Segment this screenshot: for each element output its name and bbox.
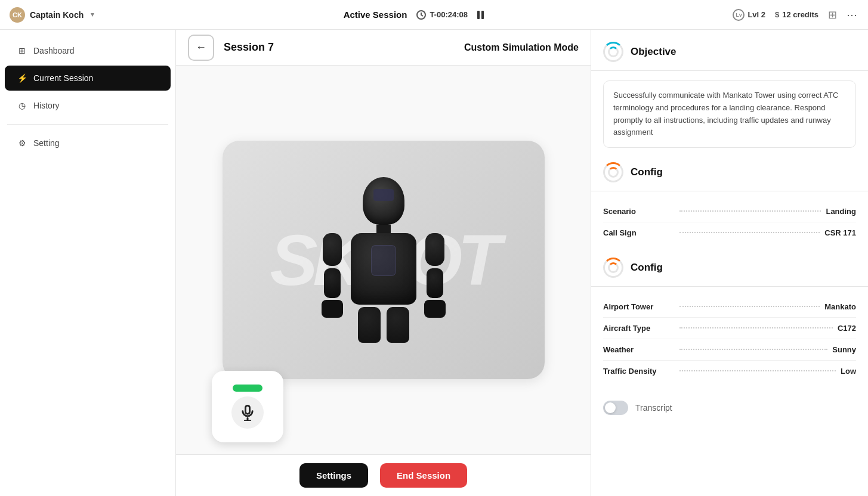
header-center: Active Session T-00:24:08	[344, 10, 484, 20]
config-label-traffic-density: Traffic Density	[603, 367, 675, 376]
robot-leg-right	[387, 307, 409, 343]
active-session-label: Active Session	[344, 10, 407, 20]
content-area: ← Session 7 Custom Simulation Mode SKBOT	[176, 30, 591, 496]
config-row-airport-tower: Airport Tower Mankato	[603, 296, 856, 318]
sidebar-item-dashboard[interactable]: ⊞ Dashboard	[5, 38, 171, 63]
config2-section-header: Config	[603, 258, 856, 278]
more-menu-button[interactable]: ⋯	[847, 8, 858, 21]
config-row-traffic-density: Traffic Density Low	[603, 361, 856, 382]
avatar: CK	[10, 7, 25, 23]
settings-button[interactable]: Settings	[299, 463, 368, 488]
pause-bar-right	[481, 11, 484, 19]
config-row-weather: Weather Sunny	[603, 339, 856, 361]
objective-description: Successfully communicate with Mankato To…	[603, 80, 856, 148]
config-value-callsign: CSR 171	[824, 228, 856, 237]
sidebar-item-label-dashboard: Dashboard	[33, 46, 75, 55]
sidebar-item-label-setting: Setting	[33, 138, 60, 148]
level-badge: Lv Lvl 2	[733, 9, 765, 21]
objective-icon-inner	[608, 46, 619, 57]
config-dots-callsign	[679, 232, 820, 233]
config2-icon-inner	[608, 262, 619, 273]
end-session-button[interactable]: End Session	[380, 463, 467, 488]
transcript-label: Transcript	[635, 403, 672, 413]
config-value-weather: Sunny	[832, 345, 856, 354]
main-layout: ⊞ Dashboard ⚡ Current Session ◷ History …	[0, 30, 868, 496]
objective-title: Objective	[631, 46, 677, 58]
robot-legs	[358, 307, 409, 343]
config1-icon	[603, 162, 623, 182]
top-header: CK Captain Koch ▾ Active Session T-00:24…	[0, 0, 868, 30]
config-value-aircraft-type: C172	[838, 324, 856, 333]
user-info[interactable]: CK Captain Koch ▾	[10, 7, 94, 23]
config-label-scenario: Scenario	[603, 207, 675, 216]
config-value-scenario: Landing	[826, 207, 856, 216]
session-title: Session 7	[224, 41, 274, 54]
config-label-aircraft-type: Aircraft Type	[603, 324, 675, 333]
config1-divider	[591, 191, 868, 191]
pause-bar-left	[477, 11, 480, 19]
hand-right	[424, 300, 446, 318]
timer-value: T-00:24:08	[430, 10, 468, 19]
collapse-button[interactable]: ⊞	[828, 8, 837, 21]
config-row-aircraft-type: Aircraft Type C172	[603, 318, 856, 339]
svg-rect-1	[246, 405, 250, 414]
objective-section-header: Objective	[603, 42, 856, 62]
back-button[interactable]: ←	[188, 35, 214, 61]
bottom-bar: Settings End Session	[176, 454, 591, 496]
robot-figure	[351, 177, 416, 343]
config-dots-scenario	[679, 210, 821, 212]
history-icon: ◷	[17, 100, 27, 111]
config-value-traffic-density: Low	[841, 367, 856, 376]
config-dots-weather	[679, 349, 827, 350]
config-dots-traffic-density	[679, 370, 836, 371]
robot-display: SKBOT	[223, 141, 545, 379]
sidebar-divider	[7, 124, 168, 125]
config-label-weather: Weather	[603, 345, 675, 354]
transcript-toggle[interactable]	[603, 401, 628, 415]
microphone-icon	[239, 404, 256, 421]
gear-icon: ⚙	[17, 138, 27, 148]
config2-rows: Airport Tower Mankato Aircraft Type C172…	[603, 296, 856, 382]
sidebar: ⊞ Dashboard ⚡ Current Session ◷ History …	[0, 30, 176, 496]
credits-badge: $ 12 credits	[775, 10, 818, 19]
config-value-airport-tower: Mankato	[824, 302, 856, 311]
header-right: Lv Lvl 2 $ 12 credits ⊞ ⋯	[733, 8, 858, 21]
config1-rows: Scenario Landing Call Sign CSR 171	[603, 201, 856, 243]
hand-left	[322, 300, 343, 318]
mic-widget[interactable]	[212, 371, 283, 442]
user-chevron-icon: ▾	[91, 11, 94, 18]
config-row-scenario: Scenario Landing	[603, 201, 856, 222]
config1-icon-inner	[608, 167, 619, 178]
session-header: ← Session 7 Custom Simulation Mode	[176, 30, 591, 66]
config-label-airport-tower: Airport Tower	[603, 302, 675, 311]
dollar-icon: $	[775, 10, 779, 19]
transcript-row: Transcript	[603, 401, 856, 415]
config2-title: Config	[631, 262, 663, 274]
config2-icon	[603, 258, 623, 278]
pause-button[interactable]	[477, 11, 484, 19]
config-dots-aircraft-type	[679, 327, 833, 328]
config1-section-header: Config	[603, 162, 856, 182]
mic-icon-circle	[231, 396, 264, 429]
config2-divider	[591, 286, 868, 287]
right-panel: Objective Successfully communicate with …	[591, 30, 868, 496]
objective-icon	[603, 42, 623, 62]
mic-active-indicator	[233, 385, 262, 392]
config1-title: Config	[631, 166, 663, 178]
sidebar-item-label-current-session: Current Session	[33, 73, 93, 83]
robot-leg-left	[358, 307, 381, 343]
grid-icon: ⊞	[17, 45, 27, 56]
sidebar-item-current-session[interactable]: ⚡ Current Session	[5, 66, 171, 91]
timer-badge: T-00:24:08	[416, 10, 468, 20]
sidebar-item-setting[interactable]: ⚙ Setting	[5, 131, 171, 156]
level-value: Lvl 2	[747, 10, 765, 19]
objective-divider	[591, 70, 868, 71]
level-icon: Lv	[733, 9, 745, 21]
robot-head	[363, 177, 404, 225]
config-label-callsign: Call Sign	[603, 228, 675, 237]
credits-value: 12 credits	[782, 10, 818, 19]
config-row-callsign: Call Sign CSR 171	[603, 222, 856, 243]
sidebar-item-label-history: History	[33, 101, 60, 110]
toggle-knob	[605, 402, 616, 413]
sidebar-item-history[interactable]: ◷ History	[5, 93, 171, 118]
